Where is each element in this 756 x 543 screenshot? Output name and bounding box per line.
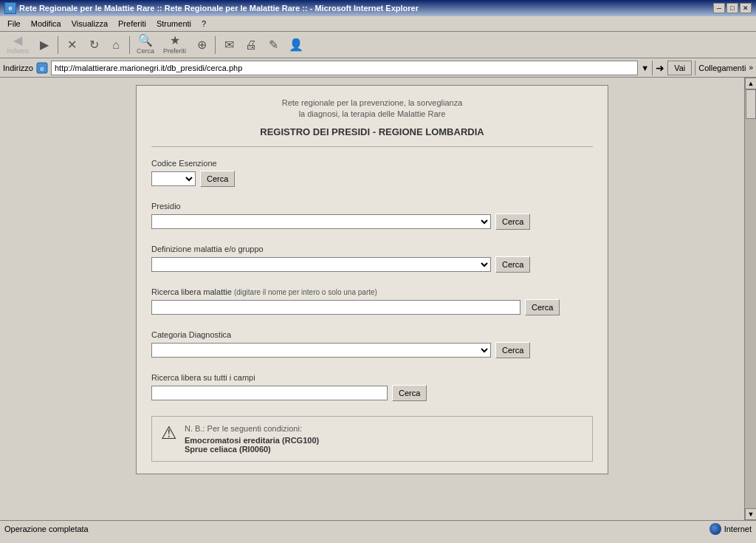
cerca-ricerca-libera-tutti-button[interactable]: Cerca — [392, 385, 427, 401]
label-definizione-malattia: Definizione malattia e/o gruppo — [151, 245, 593, 253]
address-bar: Indirizzo e ▼ ➜ Vai Collegamenti » — [0, 58, 756, 78]
discuss-button[interactable]: 👤 — [285, 37, 307, 53]
favorites-icon: ★ — [170, 35, 180, 47]
section-codice-esenzione: Codice Esenzione Cerca — [151, 159, 593, 187]
note-item-1: Sprue celiaca (RI0060) — [185, 445, 319, 454]
discuss-icon: 👤 — [289, 39, 303, 51]
row-ricerca-libera-malattie: Cerca — [151, 299, 593, 315]
toolbar-sep-2 — [129, 36, 130, 54]
home-button[interactable]: ⌂ — [106, 37, 126, 53]
close-button[interactable]: ✕ — [740, 3, 752, 13]
maximize-button[interactable]: □ — [726, 3, 738, 13]
warning-icon: ⚠ — [161, 424, 177, 442]
home-icon: ⌂ — [112, 39, 120, 51]
svg-text:e: e — [40, 65, 44, 72]
label-ricerca-libera-note: (digitare il nome per intero o solo una … — [234, 288, 377, 296]
forward-icon: ▶ — [40, 39, 49, 51]
address-dropdown-arrow[interactable]: ▼ — [641, 64, 649, 72]
subtitle-line1: Rete regionale per la prevenzione, la so… — [282, 98, 463, 107]
label-codice-esenzione: Codice Esenzione — [151, 159, 593, 168]
cerca-codice-esenzione-button[interactable]: Cerca — [200, 171, 235, 187]
toolbar-sep-3 — [215, 36, 216, 54]
input-ricerca-libera-malattie[interactable] — [151, 300, 520, 315]
edit-icon: ✎ — [269, 39, 278, 51]
mail-button[interactable]: ✉ — [219, 37, 239, 53]
title-bar-left: e Rete Regionale per le Malattie Rare ::… — [4, 2, 419, 14]
refresh-button[interactable]: ↻ — [83, 37, 104, 53]
menu-preferiti[interactable]: Preferiti — [114, 18, 151, 30]
scrollbar-thumb[interactable] — [746, 89, 756, 119]
links-arrow: » — [749, 64, 753, 72]
favorites-label: Preferiti — [163, 47, 186, 55]
title-bar-buttons: ─ □ ✕ — [713, 3, 752, 13]
toolbar-sep-1 — [58, 36, 58, 54]
refresh-icon: ↻ — [89, 39, 99, 51]
print-button[interactable]: 🖨 — [241, 37, 261, 53]
note-title: N. B.: Per le seguenti condizioni: — [185, 424, 319, 433]
address-label: Indirizzo — [3, 64, 33, 72]
cerca-ricerca-libera-malattie-button[interactable]: Cerca — [525, 299, 560, 315]
row-ricerca-libera-tutti: Cerca — [151, 385, 593, 401]
address-input[interactable] — [51, 61, 638, 75]
cerca-definizione-malattia-button[interactable]: Cerca — [495, 256, 530, 273]
mail-icon: ✉ — [224, 39, 234, 51]
scrollbar: ▲ ▼ — [744, 78, 756, 520]
search-button[interactable]: 🔍 Cerca — [133, 33, 158, 57]
label-ricerca-libera-malattie: Ricerca libera malattie (digitare il nom… — [151, 287, 593, 296]
page-subtitle: Rete regionale per la prevenzione, la so… — [151, 98, 593, 120]
stop-button[interactable]: ✕ — [61, 37, 82, 53]
minimize-button[interactable]: ─ — [713, 3, 725, 13]
scrollbar-track[interactable] — [745, 89, 756, 508]
section-presidio: Presidio Cerca — [151, 202, 593, 230]
address-sep — [652, 61, 653, 75]
inner-content: Rete regionale per la prevenzione, la so… — [136, 85, 608, 474]
row-categoria-diagnostica: Cerca — [151, 342, 593, 358]
address-go-arrow[interactable]: ➜ — [656, 62, 664, 74]
menu-visualizza[interactable]: Visualizza — [67, 18, 112, 30]
status-right: Internet — [709, 523, 752, 535]
status-bar: Operazione completata Internet — [0, 520, 756, 536]
note-item-0: Emocromatosi ereditaria (RCG100) — [185, 436, 319, 445]
page-title: REGISTRO DEI PRESIDI - REGIONE LOMBARDIA — [151, 126, 593, 137]
select-definizione-malattia[interactable] — [151, 257, 491, 272]
row-codice-esenzione: Cerca — [151, 171, 593, 187]
select-categoria-diagnostica[interactable] — [151, 343, 491, 358]
select-codice-esenzione[interactable] — [151, 171, 196, 186]
scroll-down-button[interactable]: ▼ — [745, 508, 756, 520]
back-label: Indietro — [7, 47, 29, 55]
search-label: Cerca — [137, 47, 154, 55]
label-categoria-diagnostica: Categoria Diagnostica — [151, 330, 593, 339]
media-icon: ⊕ — [197, 39, 207, 51]
select-presidio[interactable] — [151, 214, 491, 229]
back-button[interactable]: ◀ Indietro — [3, 33, 32, 57]
input-ricerca-libera-tutti[interactable] — [151, 386, 388, 400]
section-categoria-diagnostica: Categoria Diagnostica Cerca — [151, 330, 593, 358]
menu-modifica[interactable]: Modifica — [27, 18, 66, 30]
edit-button[interactable]: ✎ — [263, 37, 284, 53]
menu-bar: File Modifica Visualizza Preferiti Strum… — [0, 16, 756, 32]
main-area: Rete regionale per la prevenzione, la so… — [0, 78, 756, 520]
cerca-presidio-button[interactable]: Cerca — [495, 214, 530, 230]
status-text: Operazione completata — [4, 525, 89, 533]
section-ricerca-libera-malattie: Ricerca libera malattie (digitare il nom… — [151, 287, 593, 315]
subtitle-line2: la diagnosi, la terapia delle Malattie R… — [299, 109, 446, 118]
cerca-categoria-diagnostica-button[interactable]: Cerca — [495, 342, 530, 358]
content-frame: Rete regionale per la prevenzione, la so… — [0, 78, 744, 520]
scroll-up-button[interactable]: ▲ — [745, 78, 756, 89]
page-icon: e — [36, 62, 48, 74]
go-button[interactable]: Vai — [667, 61, 692, 75]
page-content: Rete regionale per la prevenzione, la so… — [0, 78, 744, 520]
menu-file[interactable]: File — [3, 18, 25, 30]
favorites-button[interactable]: ★ Preferiti — [159, 33, 190, 57]
note-content: N. B.: Per le seguenti condizioni: Emocr… — [185, 424, 319, 454]
toolbar: ◀ Indietro ▶ ✕ ↻ ⌂ 🔍 Cerca ★ Preferiti ⊕… — [0, 32, 756, 58]
title-bar: e Rete Regionale per le Malattie Rare ::… — [0, 0, 756, 16]
menu-help[interactable]: ? — [197, 18, 210, 30]
forward-button[interactable]: ▶ — [34, 37, 55, 53]
back-icon: ◀ — [13, 35, 22, 47]
label-ricerca-libera-tutti: Ricerca libera su tutti i campi — [151, 373, 593, 382]
print-icon: 🖨 — [245, 39, 257, 51]
note-box: ⚠ N. B.: Per le seguenti condizioni: Emo… — [151, 416, 593, 462]
menu-strumenti[interactable]: Strumenti — [152, 18, 196, 30]
media-button[interactable]: ⊕ — [191, 37, 212, 53]
